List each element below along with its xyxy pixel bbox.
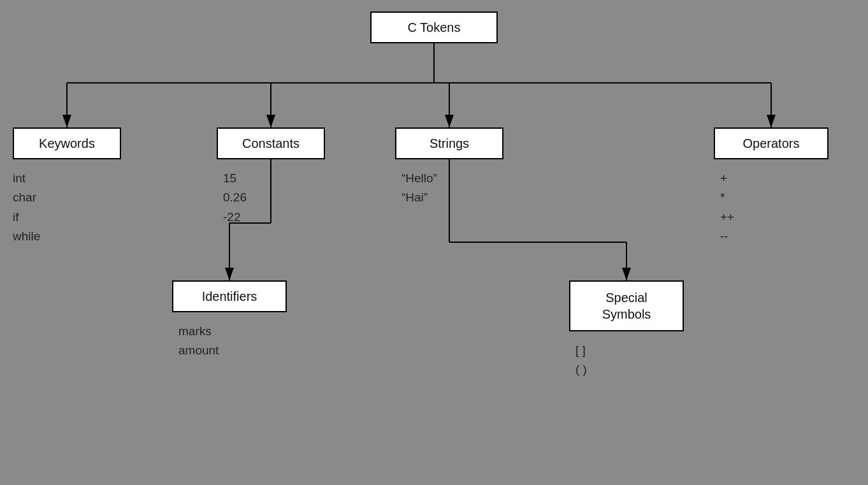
node-operators: Operators [714,127,828,159]
node-identifiers: Identifiers [172,280,287,312]
constants-items-label: 150.26-22 [223,169,247,227]
node-special-symbols: SpecialSymbols [569,280,684,331]
operators-items-label: +*++-- [720,169,734,247]
diagram: C Tokens Keywords Constants Strings Oper… [0,0,868,485]
node-strings: Strings [395,127,503,159]
node-root: C Tokens [370,11,498,43]
node-constants: Constants [217,127,325,159]
node-keywords: Keywords [13,127,121,159]
keywords-items-label: intcharifwhile [13,169,40,247]
special-symbols-items-label: [ ]( ) [575,341,587,380]
identifiers-items-label: marksamount [178,322,219,361]
strings-items-label: “Hello”“Hai” [401,169,437,208]
connector-lines [0,0,868,485]
